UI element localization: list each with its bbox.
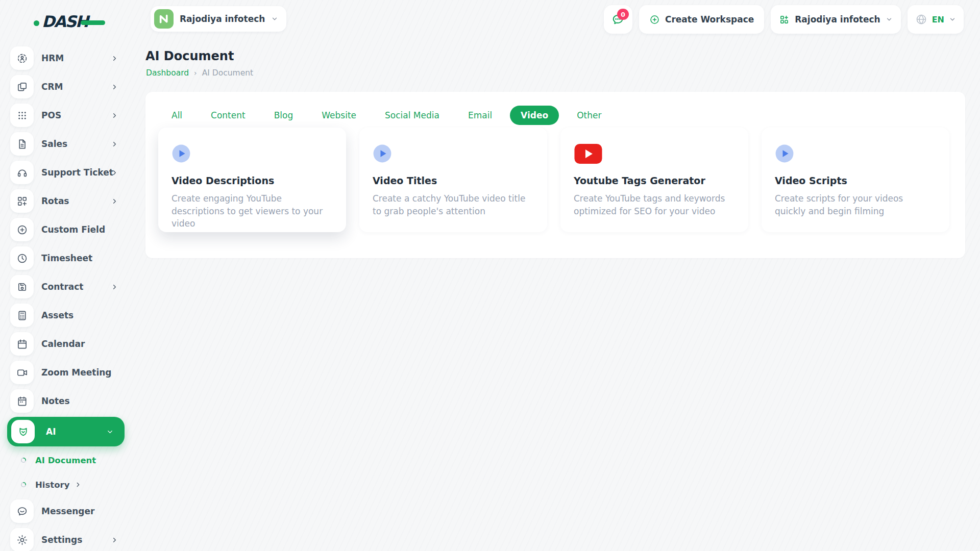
chevron-down-icon [106,428,114,436]
card-title: Youtube Tags Generator [574,175,735,186]
sidebar-item-label: Settings [41,535,82,545]
sidebar-item-label: AI [46,427,56,437]
template-card-video-descriptions[interactable]: Video DescriptionsCreate engaging YouTub… [158,128,346,232]
tab-website[interactable]: Website [311,106,367,125]
messenger-icon [10,499,34,523]
template-card-youtube-tags-generator[interactable]: Youtube Tags GeneratorCreate YouTube tag… [560,128,748,232]
breadcrumb: Dashboard › AI Document [146,68,253,78]
language-selector[interactable]: EN [908,5,964,34]
template-card-video-titles[interactable]: Video TitlesCreate a catchy YouTube vide… [359,128,547,232]
chevron-right-icon [111,536,118,544]
account-menu[interactable]: Rajodiya infotech [771,5,900,34]
chevron-right-icon [111,140,118,148]
tab-video[interactable]: Video [510,106,559,125]
sidebar-subitem-history[interactable]: History [0,472,132,497]
language-label: EN [932,15,944,24]
tab-other[interactable]: Other [566,106,612,125]
app-root: { "brand": { "logo_text": "DASH" }, "hea… [0,0,980,551]
crm-icon [10,75,34,98]
sidebar-item-label: HRM [41,53,64,63]
sidebar-item-label: Zoom Meeting [41,367,112,378]
card-description: Create engaging YouTube descriptions to … [172,192,333,230]
sidebar-item-label: Custom Field [41,224,105,235]
template-card-video-scripts[interactable]: Video ScriptsCreate scripts for your vid… [762,128,949,232]
sidebar-item-contract[interactable]: Contract [0,272,132,301]
workspace-switcher-label: Rajodiya infotech [180,14,265,24]
sidebar-item-label: Sales [41,139,67,149]
sidebar-item-label: Assets [41,310,74,320]
sidebar-item-hrm[interactable]: HRM [0,44,132,72]
tab-content[interactable]: Content [200,106,256,125]
grid-plus-icon [779,14,790,25]
youtube-icon [574,143,735,164]
sidebar-item-support-ticket[interactable]: Support Ticket [0,158,132,187]
app-logo[interactable]: DASH [34,12,105,31]
sidebar-item-label: Support Ticket [41,167,113,178]
plus-circle-icon [649,14,660,25]
sidebar-item-sales[interactable]: Sales [0,130,132,158]
calendar-icon [10,332,34,356]
sidebar-item-pos[interactable]: POS [0,101,132,130]
tab-all[interactable]: All [161,106,193,125]
sidebar-item-label: POS [41,110,61,120]
ai-icon [11,420,35,443]
page-title: AI Document [145,49,234,63]
chevron-right-icon [111,112,118,119]
sidebar-item-label: Contract [41,282,83,292]
sidebar-item-rotas[interactable]: Rotas [0,187,132,215]
assets-icon [10,304,34,327]
chevron-right-icon [111,169,118,177]
messages-button[interactable]: 0 [604,5,632,34]
card-title: Video Descriptions [172,175,333,186]
tab-social-media[interactable]: Social Media [374,106,450,125]
workspace-switcher[interactable]: Rajodiya infotech [151,6,286,32]
pos-icon [10,104,34,127]
sidebar-subitem-ai-document[interactable]: AI Document [0,448,132,472]
sidebar-subitem-label: AI Document [35,456,96,465]
sidebar-item-label: Timesheet [41,253,92,263]
sidebar-item-notes[interactable]: Notes [0,387,132,415]
settings-icon [10,528,34,551]
tab-blog[interactable]: Blog [263,106,304,125]
chevron-down-icon [271,15,278,22]
sidebar-item-settings[interactable]: Settings [0,525,132,551]
sidebar-item-label: Messenger [41,506,94,516]
play-circle-icon [775,143,936,164]
breadcrumb-separator: › [194,69,197,77]
sidebar-item-ai[interactable]: AI [7,417,125,446]
sidebar-item-label: Rotas [41,196,69,206]
chevron-down-icon [886,16,893,23]
sidebar-item-assets[interactable]: Assets [0,301,132,330]
sidebar-item-zoom-meeting[interactable]: Zoom Meeting [0,358,132,387]
breadcrumb-dashboard-link[interactable]: Dashboard [146,68,189,78]
tab-email[interactable]: Email [457,106,503,125]
contract-icon [10,275,34,298]
sidebar-item-label: CRM [41,82,63,92]
create-workspace-label: Create Workspace [665,14,754,24]
chevron-right-icon [111,283,118,291]
sidebar-item-timesheet[interactable]: Timesheet [0,244,132,272]
chevron-down-icon [949,16,956,23]
sidebar-item-custom-field[interactable]: Custom Field [0,215,132,244]
create-workspace-button[interactable]: Create Workspace [639,5,764,34]
sidebar-subitem-label: History [35,480,69,490]
hrm-icon [10,46,34,70]
category-tabs: AllContentBlogWebsiteSocial MediaEmailVi… [145,92,965,125]
messages-count-badge: 0 [617,9,629,20]
topbar-actions: 0 Create Workspace Rajodiya infotech EN [604,5,964,34]
card-description: Create a catchy YouTube video title to g… [373,192,534,217]
ai-document-panel: AllContentBlogWebsiteSocial MediaEmailVi… [145,92,965,258]
logo-dot [34,20,39,26]
sidebar-item-calendar[interactable]: Calendar [0,330,132,358]
sales-icon [10,132,34,156]
rotas-icon [10,189,34,213]
sidebar-item-crm[interactable]: CRM [0,72,132,101]
support-ticket-icon [10,161,34,184]
notes-icon [10,389,34,413]
custom-field-icon [10,218,34,241]
play-circle-icon [373,143,534,164]
sidebar-item-messenger[interactable]: Messenger [0,497,132,525]
zoom-meeting-icon [10,361,34,384]
progress-dot-icon [20,482,27,488]
workspace-logo-icon [154,9,174,29]
